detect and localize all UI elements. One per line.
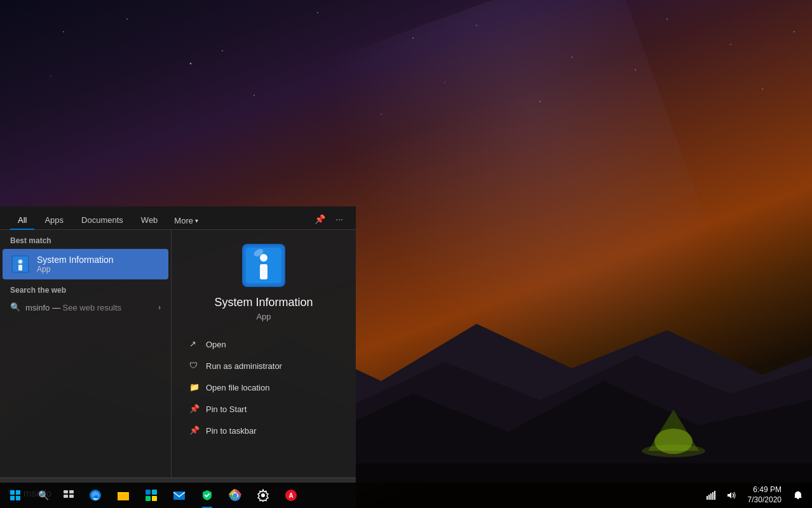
best-match-app-type: App — [37, 265, 114, 274]
action-open-label: Open — [206, 340, 226, 349]
start-button[interactable] — [0, 483, 30, 508]
taskbar-app-explorer[interactable] — [109, 483, 137, 508]
svg-rect-24 — [64, 495, 68, 498]
app-type: App — [256, 312, 271, 321]
web-search-text: msinfo — See web results — [25, 303, 158, 312]
red-icon: A — [285, 489, 297, 502]
action-pin-start-label: Pin to Start — [206, 404, 247, 414]
taskbar-app-red[interactable]: A — [277, 483, 305, 508]
svg-rect-41 — [708, 495, 710, 500]
action-run-admin[interactable]: 🛡 Run as administrator — [182, 356, 346, 376]
svg-rect-19 — [16, 490, 20, 495]
taskbar-app-edge[interactable] — [81, 483, 109, 508]
tab-documents[interactable]: Documents — [74, 211, 131, 230]
clock-time: 6:49 PM — [753, 485, 782, 495]
explorer-icon — [117, 489, 130, 502]
task-view-icon — [64, 490, 74, 500]
taskbar: 🔍 — [0, 483, 812, 508]
taskbar-left: 🔍 — [0, 483, 81, 508]
svg-rect-30 — [152, 490, 157, 495]
taskbar-apps: A — [81, 483, 305, 508]
task-view-button[interactable] — [56, 483, 81, 508]
taskbar-search-icon: 🔍 — [38, 490, 49, 500]
pin-icon[interactable]: 📌 — [312, 213, 328, 225]
svg-rect-32 — [152, 496, 157, 501]
menu-content: Best match System In — [0, 230, 356, 478]
taskbar-app-settings[interactable] — [249, 483, 277, 508]
volume-icon — [727, 491, 736, 500]
clock[interactable]: 6:49 PM 7/30/2020 — [743, 485, 787, 505]
svg-text:A: A — [288, 492, 293, 499]
action-admin-label: Run as administrator — [206, 361, 282, 371]
taskbar-right: 6:49 PM 7/30/2020 — [702, 483, 812, 508]
open-icon: ↗ — [189, 339, 200, 349]
left-panel: Best match System In — [0, 230, 172, 478]
search-icon: 🔍 — [10, 302, 20, 312]
settings-icon — [257, 489, 269, 502]
svg-rect-28 — [118, 493, 129, 500]
taskbar-search-button[interactable]: 🔍 — [30, 483, 56, 508]
search-web-label: Search the web — [0, 279, 171, 297]
svg-rect-22 — [64, 490, 68, 493]
network-icon — [707, 491, 715, 500]
tab-more[interactable]: More ▾ — [168, 212, 205, 229]
svg-rect-40 — [707, 496, 708, 500]
tab-apps[interactable]: Apps — [37, 211, 71, 230]
best-match-info: System Information App — [37, 255, 114, 274]
taskbar-app-mail[interactable] — [165, 483, 193, 508]
clock-date: 7/30/2020 — [748, 495, 782, 505]
pin-start-icon: 📌 — [189, 404, 200, 414]
tab-web[interactable]: Web — [133, 211, 166, 230]
svg-rect-23 — [69, 490, 74, 493]
taskbar-app-store[interactable] — [137, 483, 165, 508]
action-pin-taskbar[interactable]: 📌 Pin to taskbar — [182, 420, 346, 441]
action-open[interactable]: ↗ Open — [182, 334, 346, 354]
filter-tabs: All Apps Documents Web More ▾ 📌 ··· — [0, 206, 356, 230]
svg-rect-16 — [260, 264, 267, 279]
svg-rect-31 — [145, 496, 151, 501]
store-icon — [145, 489, 158, 502]
svg-rect-42 — [710, 493, 712, 500]
tab-all[interactable]: All — [10, 211, 34, 230]
chrome-icon — [229, 489, 241, 502]
best-match-item[interactable]: System Information App — [3, 249, 168, 279]
mail-icon — [173, 489, 186, 502]
svg-rect-25 — [69, 495, 74, 498]
svg-rect-33 — [173, 491, 185, 500]
svg-rect-44 — [714, 491, 715, 500]
action-pin-start[interactable]: 📌 Pin to Start — [182, 399, 346, 419]
svg-point-15 — [260, 254, 267, 262]
taskbar-app-security[interactable] — [193, 483, 221, 508]
action-location-label: Open file location — [206, 383, 269, 392]
right-panel: System Information App ↗ Open 🛡 Run as a… — [172, 230, 356, 478]
system-info-small-icon — [10, 254, 30, 274]
svg-point-9 — [18, 260, 22, 264]
chevron-right-icon: › — [158, 303, 161, 312]
tab-right-icons: 📌 ··· — [312, 213, 346, 228]
best-match-app-name: System Information — [37, 255, 114, 265]
app-title: System Information — [214, 296, 313, 309]
network-icon-btn[interactable] — [702, 483, 720, 508]
svg-rect-21 — [16, 496, 20, 500]
system-info-large-icon — [241, 243, 287, 288]
notification-btn[interactable] — [789, 483, 807, 508]
chevron-down-icon: ▾ — [195, 217, 198, 224]
svg-point-37 — [261, 493, 265, 497]
taskbar-pin-icon: 📌 — [189, 425, 200, 436]
edge-icon — [89, 489, 102, 502]
folder-icon: 📁 — [189, 382, 200, 392]
web-search-item[interactable]: 🔍 msinfo — See web results › — [3, 297, 168, 318]
security-icon — [201, 489, 213, 502]
volume-icon-btn[interactable] — [722, 483, 740, 508]
admin-icon: 🛡 — [189, 361, 200, 371]
svg-rect-43 — [712, 492, 714, 500]
start-menu: All Apps Documents Web More ▾ 📌 ··· Best… — [0, 206, 356, 478]
ellipsis-icon[interactable]: ··· — [333, 213, 346, 225]
svg-rect-10 — [18, 265, 22, 271]
svg-rect-20 — [10, 496, 15, 500]
action-open-location[interactable]: 📁 Open file location — [182, 377, 346, 398]
action-pin-taskbar-label: Pin to taskbar — [206, 426, 257, 436]
taskbar-app-chrome[interactable] — [221, 483, 249, 508]
svg-rect-18 — [10, 490, 15, 495]
windows-logo-icon — [10, 490, 20, 500]
